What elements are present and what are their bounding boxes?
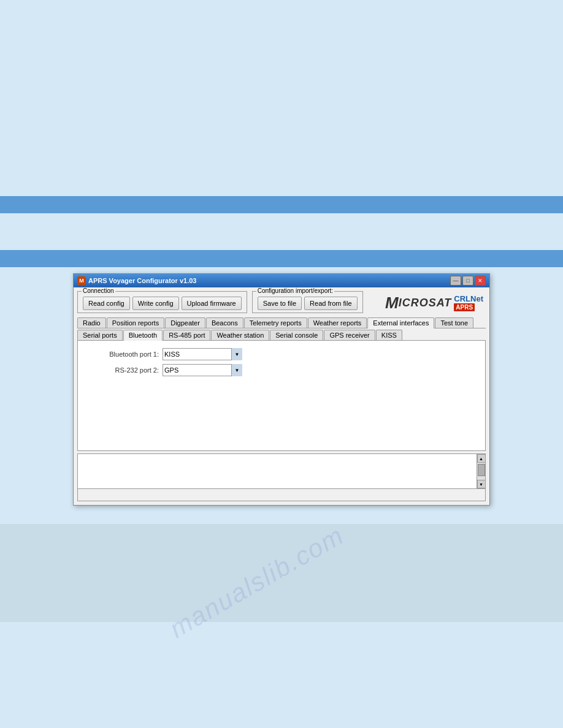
rs232-port-select[interactable]: GPS KISS Console None — [163, 364, 242, 376]
title-text-group: M APRS Voyager Configurator v1.03 — [77, 276, 196, 285]
log-scrollbar: ▲ ▼ — [477, 454, 485, 488]
bottom-gray-area — [0, 524, 563, 622]
tab-weather-station[interactable]: Weather station — [211, 330, 269, 340]
scrollbar-down-button[interactable]: ▼ — [477, 480, 486, 488]
connection-group-label: Connection — [82, 287, 115, 294]
log-area: ▲ ▼ — [77, 453, 486, 489]
tab-telemetry-reports[interactable]: Telemetry reports — [244, 317, 307, 328]
status-bar — [77, 489, 486, 501]
tab-serial-ports[interactable]: Serial ports — [77, 330, 123, 340]
tab-test-tone[interactable]: Test tone — [435, 317, 473, 328]
close-button[interactable]: ✕ — [475, 276, 486, 286]
rs232-port-row: RS-232 port 2: GPS KISS Console None ▼ — [85, 364, 478, 376]
tabs-row1: Radio Position reports Digpeater Beacons… — [77, 317, 486, 328]
config-io-buttons: Save to file Read from file — [258, 297, 358, 310]
bluetooth-port-select[interactable]: KISS GPS Console None — [163, 348, 242, 360]
tab-digpeater[interactable]: Digpeater — [165, 317, 205, 328]
main-window: M APRS Voyager Configurator v1.03 — □ ✕ — [73, 273, 490, 506]
bluetooth-select-wrapper: KISS GPS Console None ▼ — [163, 348, 242, 360]
tab-beacons[interactable]: Beacons — [206, 317, 243, 328]
tab-gps-receiver[interactable]: GPS receiver — [324, 330, 375, 340]
logo-microsat-text: ICROSAT — [399, 297, 452, 309]
app-title: APRS Voyager Configurator v1.03 — [88, 277, 196, 284]
window-body: Connection Read config Write config Uplo… — [74, 287, 489, 505]
microsat-logo: M ICROSAT — [385, 294, 451, 313]
scrollbar-thumb[interactable] — [478, 464, 485, 476]
maximize-button[interactable]: □ — [462, 276, 473, 286]
crlnet-logo: CRLNet APRS — [454, 295, 483, 311]
read-from-file-button[interactable]: Read from file — [304, 297, 357, 310]
tab-radio[interactable]: Radio — [77, 317, 106, 328]
top-blue-banner — [0, 196, 563, 213]
aprs-badge: APRS — [454, 303, 475, 311]
config-io-label: Configuration import/export: — [256, 287, 334, 294]
upload-firmware-button[interactable]: Upload firmware — [182, 297, 242, 310]
second-blue-banner — [0, 250, 563, 267]
tab-content-area: Bluetooth port 1: KISS GPS Console None … — [77, 341, 486, 451]
tab-bluetooth[interactable]: Bluetooth — [123, 330, 163, 341]
tab-weather-reports[interactable]: Weather reports — [308, 317, 367, 328]
read-config-button[interactable]: Read config — [83, 297, 130, 310]
rs232-select-wrapper: GPS KISS Console None ▼ — [163, 364, 242, 376]
config-io-group: Configuration import/export: Save to fil… — [252, 291, 363, 313]
tab-position-reports[interactable]: Position reports — [107, 317, 164, 328]
tab-rs485-port[interactable]: RS-485 port — [163, 330, 210, 340]
title-bar: M APRS Voyager Configurator v1.03 — □ ✕ — [74, 274, 489, 287]
tab-serial-console[interactable]: Serial console — [270, 330, 323, 340]
scrollbar-up-button[interactable]: ▲ — [477, 454, 486, 463]
bluetooth-port-row: Bluetooth port 1: KISS GPS Console None … — [85, 348, 478, 360]
tab-external-interfaces[interactable]: External interfaces — [367, 317, 434, 328]
app-icon: M — [77, 276, 86, 285]
minimize-button[interactable]: — — [450, 276, 461, 286]
window-controls: — □ ✕ — [450, 276, 486, 286]
logo-m-letter: M — [385, 294, 399, 313]
tab-kiss[interactable]: KISS — [376, 330, 402, 340]
logo-area: M ICROSAT CRLNet APRS — [383, 291, 486, 315]
tabs-row2: Serial ports Bluetooth RS-485 port Weath… — [77, 330, 486, 341]
header-row: Connection Read config Write config Uplo… — [77, 291, 486, 315]
write-config-button[interactable]: Write config — [132, 297, 179, 310]
connection-buttons: Read config Write config Upload firmware — [83, 297, 242, 310]
rs232-port-label: RS-232 port 2: — [85, 366, 159, 374]
save-to-file-button[interactable]: Save to file — [258, 297, 302, 310]
bluetooth-port-label: Bluetooth port 1: — [85, 351, 159, 358]
crl-text: CRLNet — [454, 295, 483, 303]
connection-group: Connection Read config Write config Uplo… — [77, 291, 247, 313]
